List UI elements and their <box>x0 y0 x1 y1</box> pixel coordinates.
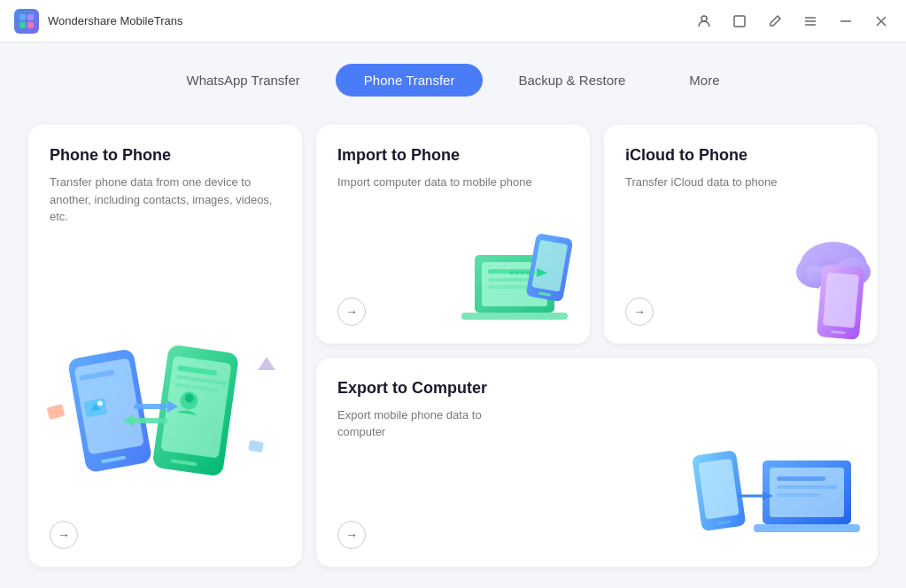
card-import-arrow[interactable]: → <box>337 298 366 326</box>
svg-rect-38 <box>461 313 568 320</box>
svg-rect-5 <box>734 16 745 27</box>
titlebar-controls <box>693 11 892 32</box>
card-phone-to-phone: Phone to Phone Transfer phone data from … <box>28 125 302 567</box>
icloud-illustration <box>745 228 878 344</box>
svg-rect-33 <box>46 404 65 420</box>
svg-rect-29 <box>134 404 167 409</box>
svg-rect-55 <box>823 272 859 328</box>
svg-point-4 <box>701 16 707 21</box>
svg-rect-63 <box>777 476 825 481</box>
card-icloud-arrow[interactable]: → <box>625 298 654 326</box>
main-content: WhatsApp Transfer Phone Transfer Backup … <box>0 43 906 588</box>
tab-whatsapp[interactable]: WhatsApp Transfer <box>158 64 328 97</box>
card-phone-to-phone-arrow[interactable]: → <box>50 521 78 549</box>
minimize-button[interactable] <box>835 11 856 32</box>
profile-button[interactable] <box>693 11 715 32</box>
tab-more[interactable]: More <box>661 64 747 97</box>
card-icloud-to-phone: iCloud to Phone Transfer iCloud data to … <box>604 125 878 344</box>
svg-rect-62 <box>754 524 860 532</box>
svg-rect-65 <box>777 493 821 497</box>
card-phone-to-phone-title: Phone to Phone <box>50 146 281 165</box>
card-export-arrow[interactable]: → <box>337 521 366 549</box>
phone-to-phone-illustration <box>41 326 280 521</box>
window-button[interactable] <box>729 11 750 32</box>
card-import-title: Import to Phone <box>337 146 569 165</box>
menu-button[interactable] <box>800 11 821 32</box>
card-phone-to-phone-desc: Transfer phone data from one device to a… <box>50 174 281 326</box>
tab-backup[interactable]: Backup & Restore <box>490 64 654 97</box>
card-export-desc: Export mobile phone data to computer <box>337 406 515 522</box>
app-icon <box>14 9 39 34</box>
svg-rect-34 <box>248 440 264 453</box>
edit-button[interactable] <box>764 11 786 32</box>
card-export-title: Export to Computer <box>337 379 856 398</box>
titlebar: Wondershare MobileTrans <box>0 0 906 43</box>
titlebar-left: Wondershare MobileTrans <box>14 9 182 34</box>
svg-rect-2 <box>19 22 26 28</box>
svg-rect-3 <box>27 22 34 28</box>
svg-rect-41 <box>488 285 528 289</box>
svg-rect-31 <box>134 418 167 423</box>
export-illustration <box>683 443 869 567</box>
card-export-to-computer: Export to Computer Export mobile phone d… <box>316 358 878 568</box>
nav-tabs: WhatsApp Transfer Phone Transfer Backup … <box>28 64 878 97</box>
svg-rect-0 <box>19 14 26 20</box>
svg-rect-64 <box>777 485 837 489</box>
card-import-to-phone: Import to Phone Import computer data to … <box>316 125 590 344</box>
app-title: Wondershare MobileTrans <box>48 14 182 27</box>
import-illustration <box>448 228 590 344</box>
close-button[interactable] <box>871 11 892 32</box>
svg-marker-35 <box>258 357 275 370</box>
svg-rect-1 <box>27 14 34 20</box>
cards-grid: Phone to Phone Transfer phone data from … <box>28 125 878 567</box>
card-icloud-title: iCloud to Phone <box>625 146 856 165</box>
tab-phone[interactable]: Phone Transfer <box>336 64 484 97</box>
svg-rect-61 <box>770 468 844 517</box>
